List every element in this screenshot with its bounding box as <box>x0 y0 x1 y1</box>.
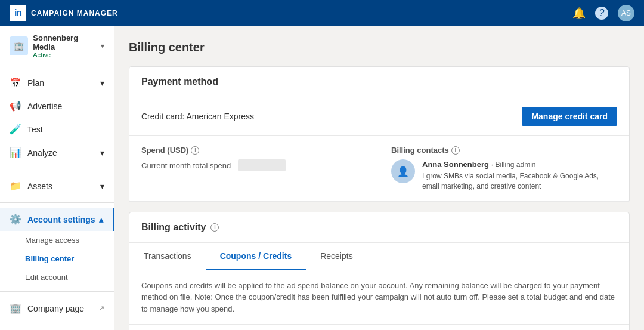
linkedin-icon: in <box>10 5 26 21</box>
sidebar-divider-1 <box>0 169 114 169</box>
assets-icon: 📁 <box>10 180 21 192</box>
chevron-icon-assets: ▾ <box>100 181 104 191</box>
contact-avatar: 👤 <box>391 159 415 183</box>
main-content: Billing center Payment method Credit car… <box>114 26 644 330</box>
contact-description: I grow SMBs via social media, Facebook &… <box>422 171 617 192</box>
chevron-icon-analyze: ▾ <box>100 148 104 158</box>
sidebar-item-advertise[interactable]: 📢 Advertise <box>0 94 114 118</box>
chevron-down-icon: ▾ <box>101 42 104 50</box>
billing-tabs: Transactions Coupons / Credits Receipts <box>129 243 629 270</box>
sidebar-item-label-advertise: Advertise <box>27 101 62 111</box>
contact-details: Anna Sonnenberg · Billing admin I grow S… <box>422 159 617 192</box>
test-icon: 🧪 <box>10 124 21 135</box>
sidebar: 🏢 Sonnenberg Media Active ▾ 📅 Plan ▾ 📢 <box>0 26 114 330</box>
sidebar-item-assets[interactable]: 📁 Assets ▾ <box>0 174 114 198</box>
account-status: Active <box>33 51 101 58</box>
spend-info-icon[interactable]: i <box>191 146 199 155</box>
billing-contacts-info-icon[interactable]: i <box>451 146 460 155</box>
account-name: Sonnenberg Media <box>33 33 101 51</box>
analyze-icon: 📊 <box>10 147 21 158</box>
help-icon[interactable]: ? <box>595 7 608 20</box>
page-title: Billing center <box>129 41 630 54</box>
coupons-info-text: Coupons and credits will be applied to t… <box>129 270 629 325</box>
billing-activity-card: Billing activity i Transactions Coupons … <box>129 212 630 330</box>
tab-transactions[interactable]: Transactions <box>129 243 206 270</box>
advertise-icon: 📢 <box>10 100 21 112</box>
sidebar-divider-2 <box>0 202 114 203</box>
topnav-left: in CAMPAIGN MANAGER <box>10 5 118 21</box>
account-selector[interactable]: 🏢 Sonnenberg Media Active ▾ <box>0 26 114 66</box>
sidebar-item-plan[interactable]: 📅 Plan ▾ <box>0 71 114 94</box>
sidebar-item-label-assets: Assets <box>27 181 52 191</box>
billing-contacts-header: Billing contacts i <box>391 146 617 155</box>
billing-activity-info-icon[interactable]: i <box>210 223 219 232</box>
payment-grid: Spend (USD) i Current month total spend … <box>129 136 629 202</box>
payment-method-card: Payment method Credit card: American Exp… <box>129 66 630 202</box>
sidebar-item-label-company: Company page <box>27 304 84 313</box>
user-avatar[interactable]: AS <box>618 5 634 21</box>
external-link-icon: ↗ <box>99 304 104 312</box>
sidebar-item-company-page[interactable]: 🏢 Company page ↗ <box>0 297 114 320</box>
plan-icon: 📅 <box>10 77 21 88</box>
linkedin-logo[interactable]: in CAMPAIGN MANAGER <box>10 5 118 21</box>
account-settings-submenu: Manage access Billing center Edit accoun… <box>0 231 114 286</box>
billing-contacts-cell: Billing contacts i 👤 Anna Sonnenberg · B… <box>379 136 629 201</box>
contact-badge: · Billing admin <box>491 161 536 169</box>
credit-card-row: Credit card: American Express Manage cre… <box>129 97 629 136</box>
chevron-icon-plan: ▾ <box>100 78 104 88</box>
notification-icon[interactable]: 🔔 <box>572 7 586 20</box>
redeem-button-wrapper: Redeem coupons <box>129 325 629 330</box>
main-layout: 🏢 Sonnenberg Media Active ▾ 📅 Plan ▾ 📢 <box>0 26 644 330</box>
credit-card-label: Credit card: American Express <box>141 112 254 121</box>
company-icon: 🏢 <box>10 303 21 314</box>
sidebar-item-label-analyze: Analyze <box>27 148 57 158</box>
sidebar-item-test[interactable]: 🧪 Test <box>0 118 114 141</box>
spend-cell: Spend (USD) i Current month total spend <box>129 136 379 201</box>
tab-coupons-credits[interactable]: Coupons / Credits <box>206 243 306 270</box>
billing-activity-title: Billing activity <box>141 222 206 233</box>
topnav-right: 🔔 ? AS <box>572 5 634 21</box>
sidebar-item-label-account-settings: Account settings <box>27 215 95 224</box>
top-navigation: in CAMPAIGN MANAGER 🔔 ? AS <box>0 0 644 26</box>
sidebar-item-manage-access[interactable]: Manage access <box>25 231 114 249</box>
spend-value-label: Current month total spend <box>141 161 231 170</box>
billing-activity-header: Billing activity i <box>129 212 629 243</box>
account-info: 🏢 Sonnenberg Media Active <box>10 33 101 58</box>
contact-name: Anna Sonnenberg <box>422 160 489 169</box>
sidebar-item-label-plan: Plan <box>27 78 44 88</box>
sidebar-item-edit-account[interactable]: Edit account <box>25 268 114 286</box>
chevron-up-icon: ▴ <box>99 215 103 224</box>
sidebar-nav: 📅 Plan ▾ 📢 Advertise 🧪 Test 📊 <box>0 66 114 325</box>
sidebar-item-billing-center[interactable]: Billing center <box>25 249 114 268</box>
contact-name-row: Anna Sonnenberg · Billing admin <box>422 159 617 169</box>
spend-value-row: Current month total spend <box>141 159 367 171</box>
sidebar-item-analyze[interactable]: 📊 Analyze ▾ <box>0 141 114 164</box>
tab-receipts[interactable]: Receipts <box>306 243 367 270</box>
account-details: Sonnenberg Media Active <box>33 33 101 58</box>
sidebar-item-label-test: Test <box>27 125 43 134</box>
sidebar-item-account-settings[interactable]: ⚙️ Account settings ▴ <box>0 208 114 231</box>
settings-icon: ⚙️ <box>10 214 21 225</box>
app-title: CAMPAIGN MANAGER <box>31 9 118 17</box>
account-avatar: 🏢 <box>10 36 28 55</box>
spend-placeholder <box>238 159 286 171</box>
sidebar-divider-3 <box>0 291 114 292</box>
manage-credit-card-button[interactable]: Manage credit card <box>522 107 617 126</box>
spend-header: Spend (USD) i <box>141 146 367 155</box>
payment-method-header: Payment method <box>129 67 629 97</box>
billing-contact: 👤 Anna Sonnenberg · Billing admin I grow… <box>391 159 617 192</box>
